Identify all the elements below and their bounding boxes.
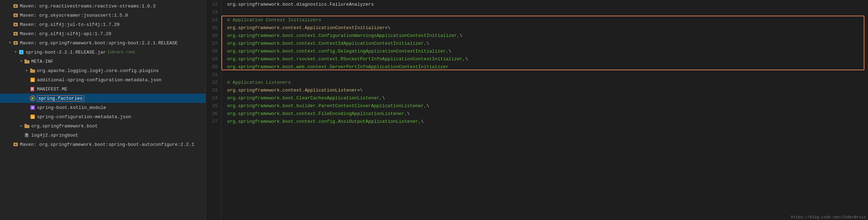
code-text: \ [382,94,385,102]
tree-item-label: spring-configuration-metadata.json [37,114,131,120]
maven-icon: M [13,3,18,9]
maven-icon: M [13,12,18,18]
code-text: \ [427,102,429,110]
tree-item-label: Maven: org.springframework.boot:spring-b… [20,142,194,147]
json-icon: {} [30,114,35,120]
tree-item-spring-factories[interactable]: spring.factories [0,94,205,103]
code-text: org.springframework.boot.context.config.… [227,48,449,55]
tree-item-label: additional-spring-configuration-metadata… [37,77,161,83]
code-line-26: org.springframework.boot.context.FileEnc… [227,110,868,118]
tree-item-manifest[interactable]: MANIFEST.ME [0,84,205,94]
tree-item-log4j2-springboot[interactable]: log4j2.springboot [0,131,205,140]
tree-item-maven-slf4j[interactable]: M Maven: org.slf4j:slf4j-api:1.7.29 [0,29,205,38]
tree-item-label: Maven: org.slf4j:jul-to-slf4j:1.7.29 [20,22,120,27]
svg-rect-17 [31,89,33,89]
code-text: =\ [385,24,391,32]
maven-icon: M [13,40,18,46]
code-line-21 [227,71,868,79]
code-lines: org.springframework.boot.diagnostics.Fai… [221,0,868,220]
code-text: \ [421,118,424,126]
code-text: \ [407,110,410,118]
file-icon [24,132,30,138]
code-text: =\ [357,87,363,94]
svg-text:M: M [15,42,16,45]
code-text: org.springframework.boot.diagnostics.Fai… [227,1,374,9]
tree-item-kotlin-module[interactable]: K spring-boot.kotlin_module [0,103,205,112]
svg-rect-26 [26,135,28,135]
code-line-18: org.springframework.boot.context.config.… [227,48,868,55]
tree-item-spring-boot-jar[interactable]: J spring-boot-2.2.1.RELEASE.jar library … [0,48,205,57]
code-text: # Application Listeners [227,79,291,87]
code-text: \ [449,48,451,55]
code-text: org.springframework.boot.rsocket.context… [227,55,465,63]
code-text: \ [427,40,429,48]
svg-text:{}: {} [31,116,34,119]
code-line-25: org.springframework.boot.builder.ParentC… [227,102,868,110]
svg-text:M: M [15,14,16,17]
svg-rect-16 [31,88,33,88]
svg-text:M: M [15,143,16,146]
svg-rect-25 [26,134,28,134]
tree-item-maven-reactive[interactable]: M Maven: org.reactivestreams:reactive-st… [0,1,205,11]
tree-item-label: META-INF [31,59,53,64]
tree-item-maven-jul[interactable]: M Maven: org.slf4j:jul-to-slf4j:1.7.29 [0,20,205,29]
tree-item-label: Maven: org.springframework.boot:spring-b… [20,40,178,46]
library-root-badge: library root [107,50,135,54]
code-line-27: org.springframework.boot.context.config.… [227,118,868,126]
spring-factories-icon [30,95,35,101]
tree-item-meta-inf[interactable]: META-INF [0,57,205,66]
code-text: org.springframework.boot.context.config.… [227,118,421,126]
tree-item-maven-spring-boot[interactable]: M Maven: org.springframework.boot:spring… [0,38,205,48]
svg-text:M: M [15,33,16,35]
tree-item-label: MANIFEST.ME [37,87,67,92]
tree-item-label: org.apache.logging.log4j.core.config.plu… [37,68,159,73]
code-line-12: org.springframework.boot.diagnostics.Fai… [227,1,868,9]
svg-text:M: M [15,5,16,8]
tree-item-label: Maven: org.slf4j:slf4j-api:1.7.29 [20,31,111,37]
tree-item-label: spring-boot.kotlin_module [37,105,106,110]
tree-item-label: Maven: org.skyscreamer:jsonassert:1.5.0 [20,13,128,18]
code-line-14: # Application Context Initializers [227,16,868,24]
maven-icon: M [13,142,18,147]
watermark: https://blog.csdn.net/CoderBruis [789,214,868,220]
svg-text:J: J [21,51,22,54]
file-tree: M Maven: org.reactivestreams:reactive-st… [0,0,206,220]
code-editor: 12 13 14 15 16 17 18 19 20 21 22 23 24 2… [206,0,868,220]
svg-text:M: M [15,23,16,26]
tree-item-maven-jsonassert[interactable]: M Maven: org.skyscreamer:jsonassert:1.5.… [0,11,205,20]
tree-item-maven-autoconfigure[interactable]: M Maven: org.springframework.boot:spring… [0,140,205,149]
kotlin-icon: K [30,105,35,110]
jar-icon: J [18,49,24,55]
chevron-closed-icon [18,123,24,129]
tree-item-spring-config-meta[interactable]: {} spring-configuration-metadata.json [0,112,205,121]
tree-item-org-springframework[interactable]: org.springframework.boot [0,121,205,131]
code-text: org.springframework.context.ApplicationL… [227,87,357,94]
svg-rect-18 [31,89,33,90]
tree-item-label: spring-boot-2.2.1.RELEASE.jar [26,50,106,55]
code-line-20: org.springframework.boot.web.context.Ser… [227,63,868,71]
code-text: org.springframework.boot.ClearCachesAppl… [227,94,382,102]
tree-item-label: log4j2.springboot [31,133,78,138]
folder-icon [30,68,35,73]
svg-text:{}: {} [31,79,34,82]
line-numbers: 12 13 14 15 16 17 18 19 20 21 22 23 24 2… [206,0,221,220]
folder-icon [24,59,30,64]
code-line-19: org.springframework.boot.rsocket.context… [227,55,868,63]
chevron-open-icon [13,49,18,55]
tree-item-label: Maven: org.reactivestreams:reactive-stre… [20,4,155,9]
code-text: org.springframework.boot.web.context.Ser… [227,63,449,71]
code-text: org.springframework.boot.builder.ParentC… [227,102,427,110]
code-line-24: org.springframework.boot.ClearCachesAppl… [227,94,868,102]
code-text: org.springframework.boot.context.Configu… [227,32,460,40]
spring-factories-label: spring.factories [37,95,84,101]
code-text: \ [465,55,468,63]
tree-item-log4j[interactable]: org.apache.logging.log4j.core.config.plu… [0,66,205,75]
maven-icon: M [13,31,18,37]
code-line-13 [227,9,868,16]
chevron-open-icon [7,40,13,46]
chevron-open-icon [18,59,24,64]
code-text: org.springframework.boot.context.FileEnc… [227,110,407,118]
tree-item-additional-config[interactable]: {} additional-spring-configuration-metad… [0,75,205,84]
maven-icon: M [13,22,18,27]
code-line-17: org.springframework.boot.context.Context… [227,40,868,48]
